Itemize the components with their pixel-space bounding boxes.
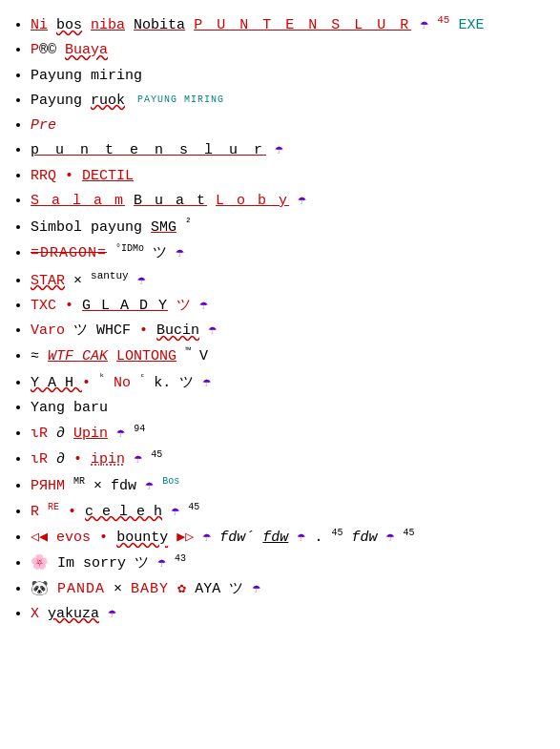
text-ir1: ιR — [31, 426, 48, 442]
text-payung: Payung — [31, 93, 91, 109]
umbrella-icon: ☂ — [202, 530, 211, 546]
text-45-ipin: 45 — [151, 449, 162, 460]
text-r20: R — [31, 504, 39, 520]
text-loby: L o b y — [216, 193, 289, 209]
text-tsu13: ツ — [73, 322, 96, 339]
text-im-sorry: Im sorry — [57, 555, 126, 572]
row-1-content: Ni bos niba Nobita P U N T E N S L U R ☂… — [31, 17, 484, 33]
text-45: 45 — [437, 14, 449, 26]
text-cross: × — [114, 581, 122, 597]
text-lontong: LONTONG — [116, 348, 176, 364]
row-18-content: ιR ∂ • ipin ☂ 45 — [31, 451, 162, 468]
text-c-sup: ᶜ — [139, 373, 145, 384]
text-buat: B u a t — [134, 193, 207, 209]
text-santuy: santuy — [91, 270, 129, 281]
text-k-sup: ᵏ — [99, 373, 105, 384]
text-varo: Varo — [31, 322, 65, 339]
text-bullet: • — [68, 504, 76, 520]
text-pre: Pre — [31, 117, 56, 134]
umbrella-icon: ☂ — [275, 142, 283, 158]
text-bounty: bounty — [116, 530, 168, 546]
text-45-celeh: 45 — [188, 502, 199, 512]
text-baby: BABY — [131, 581, 169, 597]
text-nobita: Nobita — [134, 17, 185, 33]
text-tsu23: ツ — [229, 581, 243, 597]
umbrella-icon: ☂ — [298, 193, 306, 209]
list-item: Y A H • ᵏ No ᶜ k. ツ ☂ — [31, 371, 550, 394]
text-43: 43 — [175, 553, 186, 564]
text-curl2: ∂ — [56, 451, 65, 468]
text-mr: MR — [73, 476, 85, 487]
umbrella-icon: ☂ — [176, 245, 184, 261]
text-p: P — [31, 42, 39, 58]
text-payung-miring: Payung miring — [31, 68, 142, 84]
text-45-bounty2: 45 — [404, 528, 415, 538]
text-bullet: • — [73, 451, 82, 468]
text-dot45: . — [314, 530, 322, 546]
text-tsu-glad: ツ — [176, 298, 191, 314]
text-fish-left: ◁◀ — [31, 530, 48, 546]
row-8-content: S a l a m B u a t L o b y ☂ — [31, 193, 306, 209]
umbrella-icon-2: ☂ — [297, 530, 305, 546]
list-item: ◁◀ evos • bounty ▶▷ ☂ fdw´ fdw ☂ . 45 fd… — [31, 526, 550, 549]
list-item: RRQ • DECTIL — [31, 165, 550, 187]
text-bullet: • — [99, 530, 108, 546]
list-item: Payung ruok PAYUNG MIRING — [31, 90, 550, 112]
text-celeh: c e l e h — [85, 504, 162, 520]
row-3-content: Payung miring — [31, 68, 142, 84]
list-item: P®© Buaya — [31, 39, 550, 61]
list-item: =DRAGON= °IDMo ツ ☂ — [31, 241, 550, 264]
text-reg: ®© — [39, 42, 56, 58]
row-21-content: ◁◀ evos • bounty ▶▷ ☂ fdw´ fdw ☂ . 45 fd… — [31, 530, 415, 546]
text-simbol-payung: Simbol payung — [31, 219, 151, 236]
text-ruok: ruok — [91, 93, 125, 109]
text-yang-baru: Yang baru — [31, 400, 108, 416]
umbrella-icon: ☂ — [108, 606, 116, 622]
umbrella-icon: ☂ — [199, 298, 208, 314]
text-fdw2b: fdw — [262, 530, 288, 546]
umbrella-icon: ☂ — [208, 322, 217, 339]
list-item: РЯHM MR × fdw ☂ Bos — [31, 474, 550, 497]
row-20-content: R RE • c e l e h ☂ 45 — [31, 504, 199, 520]
list-item: 🐼 PANDA × BABY ✿ AYA ツ ☂ — [31, 578, 550, 600]
text-tsu22: ツ — [135, 555, 157, 572]
text-yakuza: yakuza — [48, 606, 99, 622]
text-fdw19: fdw — [111, 478, 136, 494]
text-tsu: ツ — [153, 245, 167, 261]
umbrella-icon: ☂ — [202, 375, 211, 391]
text-wtf: WTF_CAK — [48, 348, 108, 364]
text-yah: Y A H — [31, 375, 82, 391]
text-dragon: =DRAGON= — [31, 245, 107, 261]
row-13-content: Varo ツ WHCF • Bucin ☂ — [31, 322, 217, 339]
text-bos: bos — [56, 17, 82, 33]
text-curl1: ∂ — [56, 426, 73, 442]
text-puntenslur: P U N T E N S L U R — [194, 17, 411, 33]
text-bullet: • — [65, 168, 73, 184]
umbrella-icon: ☂ — [171, 504, 179, 520]
flower-icon: ✿ — [177, 581, 186, 597]
text-v: V — [199, 348, 208, 364]
text-payung-miring-small: PAYUNG MIRING — [137, 94, 224, 105]
text-bullet: • — [82, 375, 91, 391]
row-14-content: ≈ WTF_CAK LONTONG ™ V — [31, 348, 208, 364]
umbrella-icon: ☂ — [157, 555, 166, 572]
row-12-content: TXC • G L A D Y ツ ☂ — [31, 298, 208, 314]
row-11-content: STAR × santuy ☂ — [31, 273, 146, 289]
row-22-content: 🌸 Im sorry ツ ☂ 43 — [31, 555, 186, 572]
text-dectil: DECTIL — [82, 168, 134, 184]
row-2-content: P®© Buaya — [31, 42, 108, 58]
umbrella-icon: ☂ — [134, 451, 142, 468]
text-bos-sup: Bos — [162, 476, 179, 487]
text-salam: S a l a m — [31, 193, 125, 209]
text-bullet: • — [65, 298, 73, 314]
list-item: TXC • G L A D Y ツ ☂ — [31, 295, 550, 317]
text-x19: × — [93, 478, 111, 494]
text-rrq: RRQ — [31, 168, 56, 184]
text-bullet: • — [139, 322, 148, 339]
text-fdw2a: fdw´ — [219, 530, 262, 546]
umbrella-icon: ☂ — [145, 478, 154, 494]
text-nok: No — [114, 375, 131, 391]
text-idmo: °IDMo — [115, 243, 144, 254]
text-x: × — [73, 273, 91, 289]
row-10-content: =DRAGON= °IDMo ツ ☂ — [31, 245, 184, 261]
